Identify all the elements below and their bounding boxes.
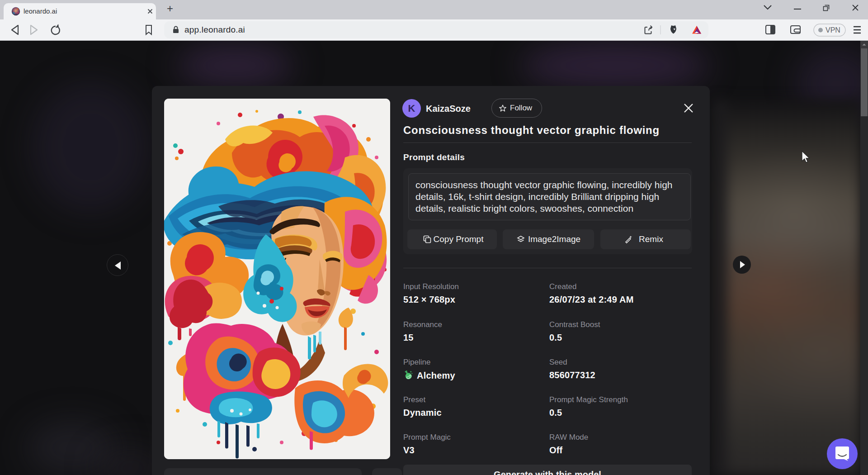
svg-text:VPN: VPN [826, 26, 840, 34]
